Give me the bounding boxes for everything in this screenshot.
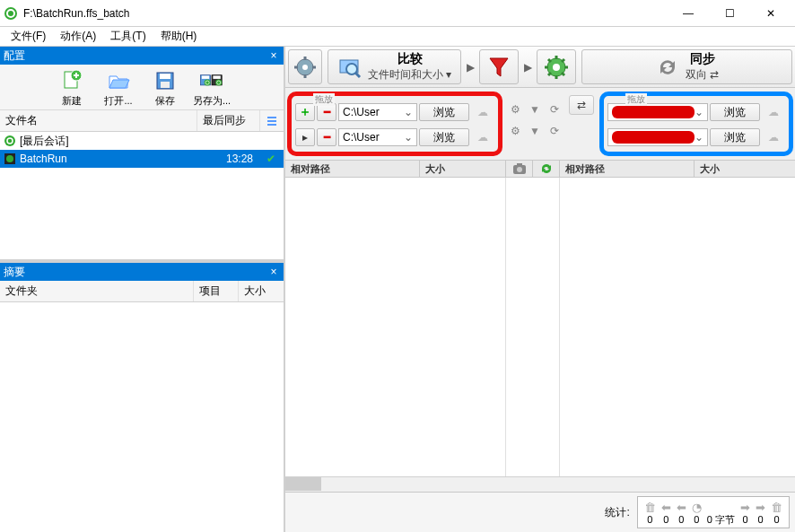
sync-icon (655, 55, 680, 80)
stat-bytes-icon (720, 499, 723, 513)
swap-button[interactable]: ⇄ (569, 95, 594, 115)
svg-rect-14 (267, 124, 276, 126)
cloud-icon[interactable]: ☁ (762, 128, 785, 146)
minimize-button[interactable]: — (668, 0, 709, 27)
summary-list (0, 302, 284, 532)
two-way-icon: ⇄ (710, 68, 719, 81)
svg-line-34 (562, 73, 564, 75)
browse-right-0[interactable]: 浏览 (710, 103, 760, 121)
list-header-menu-icon[interactable] (260, 110, 284, 131)
stat-delete-right-icon: 🗑 (771, 500, 782, 514)
svg-point-38 (517, 167, 522, 172)
select-pair-button-1[interactable]: ▸ (295, 128, 315, 146)
menu-help[interactable]: 帮助(H) (153, 27, 205, 46)
new-button[interactable]: 新建 (51, 68, 92, 108)
config-row-last-session[interactable]: [最后会话] (0, 132, 284, 150)
menu-action[interactable]: 动作(A) (53, 27, 103, 46)
settings-button[interactable] (288, 49, 322, 84)
filter-icon[interactable]: ▼ (526, 100, 544, 118)
sync-mini-icon[interactable]: ⟳ (546, 100, 563, 118)
sync-title: 同步 (690, 51, 715, 67)
cloud-icon[interactable]: ☁ (471, 128, 494, 146)
grid-header-right-path[interactable]: 相对路径 (560, 161, 695, 177)
left-path-input-1[interactable]: C:\User⌄ (338, 128, 417, 146)
summary-panel-close[interactable]: × (267, 266, 280, 278)
svg-rect-13 (267, 120, 276, 122)
svg-point-17 (6, 155, 13, 162)
batch-icon (4, 153, 16, 165)
browse-left-1[interactable]: 浏览 (419, 128, 469, 146)
redacted-path (612, 106, 695, 118)
save-icon (153, 68, 178, 93)
sync-settings-button[interactable] (537, 49, 576, 84)
remove-pair-button-1[interactable]: ━ (317, 128, 336, 146)
config-row-time: 13:28 (208, 153, 262, 165)
stat-create-right-icon: ➡ (740, 500, 750, 514)
grid-header-left-path[interactable]: 相对路径 (285, 161, 420, 177)
browse-right-1[interactable]: 浏览 (710, 128, 760, 146)
open-button[interactable]: 打开... (98, 68, 139, 108)
svg-rect-4 (160, 74, 170, 79)
open-label: 打开... (104, 94, 132, 108)
list-header-lastsync[interactable]: 最后同步 (197, 110, 260, 131)
config-row-batchrun[interactable]: BatchRun 13:28 ✔ (0, 150, 284, 168)
close-button[interactable]: ✕ (750, 0, 791, 27)
filter-button[interactable] (479, 49, 519, 84)
sync-button[interactable]: 同步 双向 ⇄ (581, 49, 792, 84)
menu-tools[interactable]: 工具(T) (103, 27, 153, 46)
stats-box: 🗑0 ⬅0 ⬅0 ◔0 0 字节 ➡0 ➡0 🗑0 (637, 496, 790, 528)
gear-icon[interactable]: ⚙ (506, 100, 524, 118)
chevron-down-icon: ▾ (446, 68, 451, 81)
cloud-icon[interactable]: ☁ (471, 103, 494, 121)
summary-panel-title: 摘要 (4, 265, 25, 280)
remove-pair-button-0[interactable]: ━ (317, 103, 336, 121)
arrow-sep-1: ▶ (464, 47, 476, 87)
camera-icon[interactable] (506, 161, 533, 177)
config-panel-close[interactable]: × (267, 49, 280, 62)
right-path-input-1[interactable]: ⌄ (607, 128, 708, 146)
config-list[interactable]: [最后会话] BatchRun 13:28 ✔ (0, 132, 284, 259)
stat-update-right-icon: ➡ (756, 500, 765, 514)
right-path-input-0[interactable]: ⌄ (607, 103, 708, 121)
chevron-down-icon[interactable]: ⌄ (404, 131, 413, 144)
left-paths-group: 拖放 ＋ ━ C:\User⌄ 浏览 ☁ ▸ ━ C:\User⌄ 浏览 ☁ (287, 92, 502, 156)
save-button[interactable]: 保存 (144, 68, 186, 108)
sync-mini-icon[interactable]: ⟳ (546, 122, 563, 140)
filter-icon[interactable]: ▼ (526, 122, 544, 140)
summary-header-items[interactable]: 项目 (194, 281, 239, 301)
svg-point-28 (553, 64, 560, 71)
saveas-button[interactable]: 另存为... (191, 68, 232, 108)
sync-icon[interactable] (533, 161, 560, 177)
gear-icon[interactable]: ⚙ (506, 122, 524, 140)
chevron-down-icon[interactable]: ⌄ (695, 131, 703, 144)
svg-line-26 (355, 73, 360, 77)
list-header-filename[interactable]: 文件名 (0, 110, 197, 131)
new-label: 新建 (62, 94, 82, 108)
stat-create-left-icon: ⬅ (677, 500, 686, 514)
summary-panel-header: 摘要 × (0, 263, 284, 281)
summary-header-size[interactable]: 大小 (239, 281, 284, 301)
cloud-icon[interactable]: ☁ (762, 103, 785, 121)
stat-delete-left-icon: 🗑 (644, 500, 656, 514)
chevron-down-icon[interactable]: ⌄ (695, 106, 703, 118)
comparison-grid[interactable] (285, 178, 795, 476)
maximize-button[interactable]: ☐ (709, 0, 750, 27)
browse-left-0[interactable]: 浏览 (419, 103, 469, 121)
menu-file[interactable]: 文件(F) (4, 27, 53, 46)
chevron-down-icon[interactable]: ⌄ (404, 106, 413, 118)
right-paths-group: 拖放 ⌄ 浏览 ☁ ⌄ 浏览 ☁ (599, 92, 793, 156)
summary-header-folder[interactable]: 文件夹 (0, 281, 194, 301)
horizontal-scrollbar[interactable] (285, 476, 795, 492)
grid-header-left-size[interactable]: 大小 (420, 161, 506, 177)
grid-header-right-size[interactable]: 大小 (695, 161, 795, 177)
open-icon (106, 68, 131, 93)
saveas-label: 另存为... (193, 94, 231, 108)
add-pair-button[interactable]: ＋ (295, 103, 315, 121)
saveas-icon (199, 68, 224, 93)
compare-button[interactable]: 比较 文件时间和大小 ▾ (328, 49, 461, 84)
svg-rect-7 (202, 75, 209, 79)
svg-line-33 (548, 59, 551, 62)
left-path-input-0[interactable]: C:\User⌄ (338, 103, 417, 121)
sync-subtitle: 双向 (686, 68, 707, 81)
svg-line-35 (548, 73, 551, 75)
